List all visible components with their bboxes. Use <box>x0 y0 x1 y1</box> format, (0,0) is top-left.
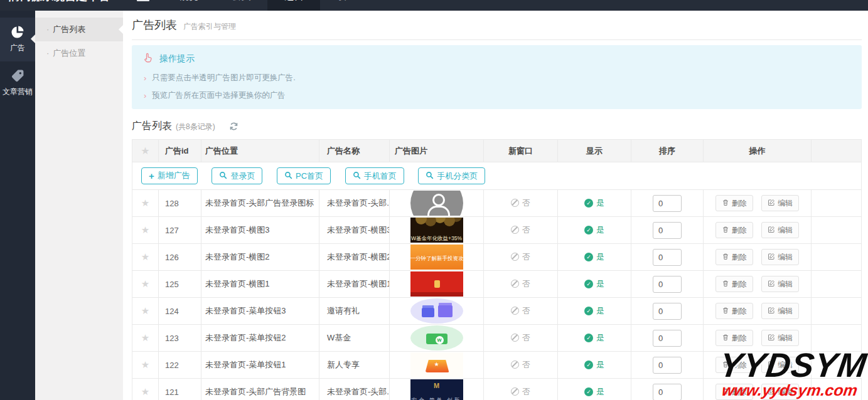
sort-input[interactable] <box>653 249 682 266</box>
favorite-star-icon[interactable]: ★ <box>141 386 149 397</box>
filter-button[interactable]: 手机首页 <box>345 167 404 184</box>
nav-item[interactable]: 会员 <box>215 0 267 11</box>
rail-item-广告[interactable]: 广告 <box>0 18 35 61</box>
trash-icon <box>722 253 729 262</box>
favorite-star-icon[interactable]: ★ <box>141 251 149 262</box>
list-title: 广告列表 <box>132 120 172 133</box>
ad-name: 未登录首页-横图2 <box>319 244 390 271</box>
trash-icon <box>722 199 729 208</box>
search-icon <box>219 171 227 181</box>
ad-name: W基金 <box>319 325 390 352</box>
ad-name: 新人专享 <box>319 352 390 379</box>
favorite-star-icon[interactable]: ★ <box>141 305 149 316</box>
nav-item[interactable]: 概况 <box>162 0 215 11</box>
sort-input[interactable] <box>653 222 682 239</box>
page-subtitle: 广告索引与管理 <box>183 18 236 32</box>
edit-button[interactable]: 编辑 <box>761 249 799 265</box>
ad-position: 未登录首页-横图2 <box>201 244 319 271</box>
show-flag: ✓ 是 <box>584 251 604 263</box>
sort-input[interactable] <box>653 357 682 374</box>
sort-input[interactable] <box>653 330 682 347</box>
page-header: 广告列表 广告索引与管理 <box>132 11 862 40</box>
delete-button[interactable]: 删除 <box>715 276 753 292</box>
no-icon <box>511 361 519 369</box>
delete-button[interactable]: 删除 <box>715 249 753 265</box>
table-row: ★ 125 未登录首页-横图1 未登录首页-横图1 否 ✓ 是 <box>132 271 862 298</box>
ad-name: 未登录首页-横图3 <box>319 217 390 244</box>
check-icon: ✓ <box>584 280 593 288</box>
search-icon <box>353 171 361 181</box>
hamburger-icon[interactable] <box>137 0 149 1</box>
new-window-flag: 否 <box>511 359 530 371</box>
delete-button[interactable]: 删除 <box>715 303 753 319</box>
no-icon <box>511 334 519 342</box>
ad-thumbnail[interactable] <box>410 191 463 216</box>
ad-thumbnail[interactable] <box>410 325 463 350</box>
plus-icon: + <box>149 171 154 181</box>
new-window-flag: 否 <box>511 332 530 344</box>
add-ad-button[interactable]: + 新增广告 <box>141 167 198 184</box>
header-star-icon: ★ <box>141 145 149 156</box>
edit-icon <box>768 334 775 343</box>
no-icon <box>511 387 519 396</box>
nav-item[interactable]: 设置 <box>320 0 373 11</box>
delete-button[interactable]: 删除 <box>715 222 753 238</box>
sort-input[interactable] <box>653 195 682 212</box>
ad-thumbnail[interactable]: W基金年化收益+35% <box>410 218 463 243</box>
record-count: (共8条记录) <box>176 120 215 132</box>
page-title: 广告列表 <box>132 18 177 33</box>
favorite-star-icon[interactable]: ★ <box>141 332 149 343</box>
ad-position: 未登录首页-菜单按钮2 <box>201 325 319 352</box>
edit-button[interactable]: 编辑 <box>761 222 799 238</box>
search-icon <box>284 171 292 181</box>
top-nav: 概况会员运营设置 <box>162 0 373 11</box>
edit-icon <box>768 307 775 316</box>
ad-thumbnail[interactable]: 安全 简单 创新 <box>410 379 463 400</box>
ad-thumbnail[interactable]: 一分钟了解新手投资攻略 <box>410 245 463 270</box>
ad-id: 128 <box>159 190 201 217</box>
edit-button[interactable]: 编辑 <box>761 276 799 292</box>
sort-input[interactable] <box>653 384 682 400</box>
favorite-star-icon[interactable]: ★ <box>141 359 149 370</box>
filter-button[interactable]: 手机分类页 <box>418 167 485 184</box>
filter-button[interactable]: 登录页 <box>212 167 262 184</box>
bullet-arrow-icon: › <box>144 74 146 82</box>
show-flag: ✓ 是 <box>584 386 604 397</box>
edit-icon <box>768 280 775 289</box>
ad-id: 123 <box>159 325 201 352</box>
app-root: { "topbar": { "brand": "满网赚系统自建平台 8", "m… <box>0 0 868 400</box>
ad-id: 121 <box>159 379 201 400</box>
edit-button[interactable]: 编辑 <box>761 195 799 211</box>
show-flag: ✓ 是 <box>584 305 604 317</box>
bullet-arrow-icon: › <box>144 92 146 100</box>
tag-icon <box>10 68 25 83</box>
trash-icon <box>722 226 729 235</box>
sidebar-item-广告位置[interactable]: 广告位置 <box>35 41 123 65</box>
nav-item[interactable]: 运营 <box>267 0 320 11</box>
app-shell: 广告文章营销 广告列表广告位置 广告列表 广告索引与管理 操作提示 ›只需要点击… <box>0 11 868 400</box>
ad-thumbnail[interactable] <box>410 271 463 297</box>
filter-button[interactable]: PC首页 <box>277 167 331 184</box>
ad-id: 124 <box>159 298 201 325</box>
rail-item-文章营销[interactable]: 文章营销 <box>0 61 35 105</box>
sort-input[interactable] <box>653 303 682 320</box>
table-row: ★ 124 未登录首页-菜单按钮3 邀请有礼 否 ✓ 是 <box>132 298 862 325</box>
ad-position: 未登录首页-菜单按钮3 <box>201 298 319 325</box>
ad-position: 未登录首页-头部广告登录图标 <box>201 190 319 217</box>
edit-button[interactable]: 编辑 <box>761 330 799 346</box>
ad-thumbnail[interactable] <box>410 298 463 324</box>
edit-button[interactable]: 编辑 <box>761 303 799 319</box>
ad-thumbnail[interactable] <box>410 352 463 377</box>
favorite-star-icon[interactable]: ★ <box>141 224 149 235</box>
ad-position: 未登录首页-头部广告背景图 <box>201 379 319 400</box>
delete-button[interactable]: 删除 <box>715 195 753 211</box>
favorite-star-icon[interactable]: ★ <box>141 278 149 289</box>
favorite-star-icon[interactable]: ★ <box>141 197 149 208</box>
new-window-flag: 否 <box>511 278 530 290</box>
delete-button[interactable]: 删除 <box>715 330 753 346</box>
ad-name: 未登录首页-头部... <box>319 379 390 400</box>
no-icon <box>511 307 519 315</box>
sort-input[interactable] <box>653 276 682 293</box>
sidebar-item-广告列表[interactable]: 广告列表 <box>35 18 123 41</box>
refresh-icon[interactable] <box>229 122 239 132</box>
